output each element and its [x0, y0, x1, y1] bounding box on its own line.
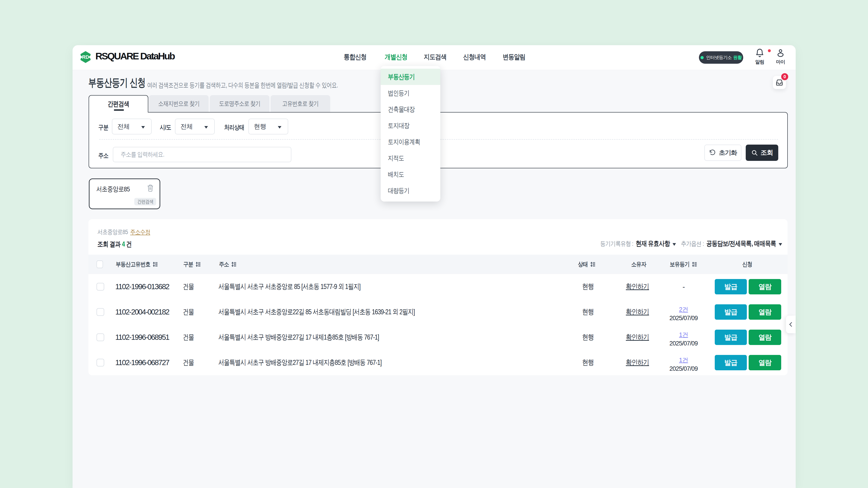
svg-text:RD: RD: [82, 54, 89, 60]
